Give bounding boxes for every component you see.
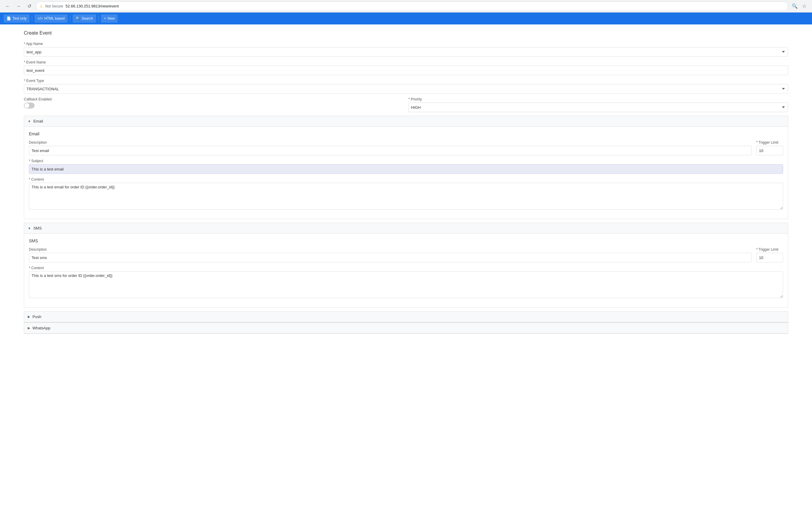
toolbar-separator-3 — [98, 15, 99, 22]
whatsapp-chevron-icon: ▶ — [28, 326, 30, 330]
email-description-label: Description — [29, 140, 752, 144]
html-based-label: HTML based — [44, 16, 64, 20]
sms-trigger-label: * Trigger Limit — [756, 247, 783, 252]
email-trigger-group: * Trigger Limit — [756, 140, 783, 155]
page-title: Create Event — [24, 30, 788, 36]
sms-chevron-icon: ▼ — [28, 226, 31, 230]
event-name-group: * Event Name — [24, 60, 788, 75]
sms-desc-trigger-row: Description * Trigger Limit — [29, 247, 783, 262]
event-name-input[interactable] — [24, 66, 788, 75]
email-chevron-icon: ▼ — [28, 120, 31, 123]
security-label: Not Secure — [45, 4, 63, 8]
back-button[interactable]: ← — [3, 2, 12, 11]
priority-label: * Priority — [408, 97, 788, 101]
event-type-group: * Event Type TRANSACTIONAL PROMOTIONAL — [24, 79, 788, 94]
refresh-button[interactable]: ↺ — [25, 2, 33, 11]
sms-trigger-input[interactable] — [756, 253, 783, 262]
email-subject-group: * Subject — [29, 159, 783, 174]
email-description-group: Description — [29, 140, 752, 155]
email-content-group: * Content — [29, 177, 783, 210]
app-name-group: * App Name test_app other_app — [24, 42, 788, 57]
browser-search-button[interactable]: 🔍 — [791, 2, 799, 11]
event-type-label: * Event Type — [24, 79, 788, 83]
push-chevron-icon: ▶ — [28, 315, 30, 319]
callback-priority-row: Callback Enabled * Priority HIGH MEDIUM … — [24, 97, 788, 112]
whatsapp-section: ▶ WhatsApp — [24, 322, 788, 334]
sms-content-textarea[interactable] — [29, 271, 783, 298]
push-section-header[interactable]: ▶ Push — [24, 311, 788, 322]
browser-chrome: ← → ↺ ⚠ Not Secure 52.66.130.251:9813/ne… — [0, 0, 812, 13]
sms-content-group: * Content — [29, 266, 783, 299]
sms-section-title: SMS — [33, 226, 42, 231]
sms-section-header[interactable]: ▼ SMS — [24, 223, 788, 234]
search-label: Search — [82, 16, 93, 20]
new-icon: + — [104, 16, 106, 20]
browser-actions: 🔍 ☆ — [791, 2, 809, 11]
event-type-select[interactable]: TRANSACTIONAL PROMOTIONAL — [24, 84, 788, 94]
email-content-textarea[interactable] — [29, 183, 783, 210]
html-based-icon: </> — [38, 16, 43, 20]
whatsapp-section-title: WhatsApp — [32, 326, 50, 330]
sms-content-label: * Content — [29, 266, 783, 270]
address-bar[interactable]: ⚠ Not Secure 52.66.130.251:9813/new/even… — [36, 1, 788, 11]
html-based-button[interactable]: </> HTML based — [34, 14, 68, 23]
security-icon: ⚠ — [40, 4, 43, 8]
email-trigger-label: * Trigger Limit — [756, 140, 783, 144]
email-desc-trigger-row: Description * Trigger Limit — [29, 140, 783, 155]
email-section-body: Email Description * Trigger Limit * Subj… — [24, 127, 788, 219]
priority-group: * Priority HIGH MEDIUM LOW — [408, 97, 788, 112]
toolbar-separator-1 — [32, 15, 32, 22]
app-name-label: * App Name — [24, 42, 788, 46]
email-subject-label: * Subject — [29, 159, 783, 163]
email-subject-input[interactable] — [29, 164, 783, 174]
text-only-icon: 📄 — [6, 16, 11, 20]
new-button[interactable]: + New — [101, 14, 118, 23]
callback-group: Callback Enabled — [24, 97, 404, 112]
callback-toggle[interactable] — [24, 102, 34, 109]
url-text: 52.66.130.251:9813/new/event — [66, 4, 119, 8]
email-section: ▼ Email Email Description * Trigger Limi… — [24, 116, 788, 219]
email-content-label: * Content — [29, 177, 783, 182]
event-name-label: * Event Name — [24, 60, 788, 65]
sms-subtitle: SMS — [29, 238, 783, 243]
sms-description-label: Description — [29, 247, 752, 252]
search-icon: 🔍 — [76, 16, 80, 20]
priority-select[interactable]: HIGH MEDIUM LOW — [408, 102, 788, 112]
email-description-input[interactable] — [29, 146, 752, 155]
whatsapp-section-header[interactable]: ▶ WhatsApp — [24, 323, 788, 334]
email-section-title: Email — [33, 119, 43, 123]
sms-section: ▼ SMS SMS Description * Trigger Limit * … — [24, 223, 788, 308]
new-label: New — [107, 16, 115, 20]
app-toolbar: 📄 Text only </> HTML based 🔍 Search + Ne… — [0, 13, 812, 25]
toolbar-separator-2 — [70, 15, 70, 22]
main-content: Create Event * App Name test_app other_a… — [0, 25, 812, 530]
email-subtitle: Email — [29, 131, 783, 136]
email-section-header[interactable]: ▼ Email — [24, 116, 788, 127]
callback-label: Callback Enabled — [24, 97, 404, 101]
email-trigger-input[interactable] — [756, 146, 783, 155]
bookmark-button[interactable]: ☆ — [800, 2, 809, 11]
push-section: ▶ Push — [24, 311, 788, 322]
sms-section-body: SMS Description * Trigger Limit * Conten… — [24, 234, 788, 308]
search-button[interactable]: 🔍 Search — [73, 14, 96, 23]
push-section-title: Push — [32, 315, 41, 319]
text-only-label: Text only — [13, 16, 27, 20]
sms-description-group: Description — [29, 247, 752, 262]
text-only-button[interactable]: 📄 Text only — [3, 14, 29, 23]
sms-description-input[interactable] — [29, 253, 752, 262]
app-name-select[interactable]: test_app other_app — [24, 47, 788, 57]
sms-trigger-group: * Trigger Limit — [756, 247, 783, 262]
forward-button[interactable]: → — [14, 2, 23, 11]
